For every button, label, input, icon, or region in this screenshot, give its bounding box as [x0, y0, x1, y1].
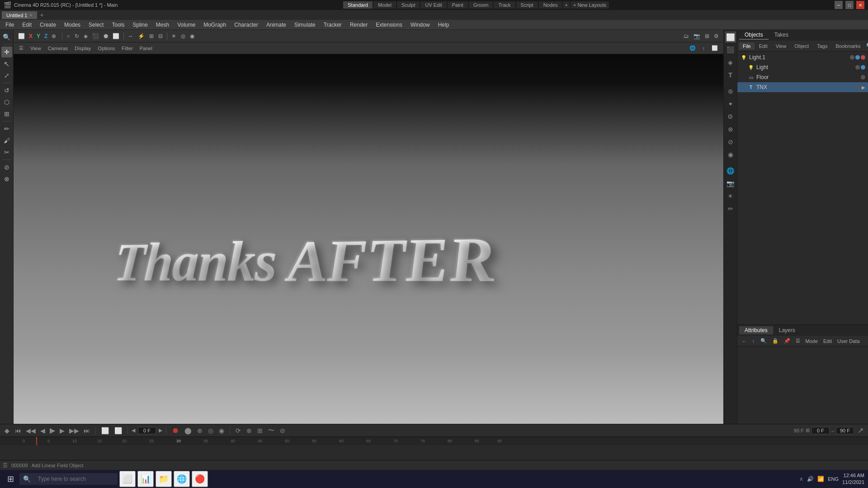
- layout-track[interactable]: Track: [494, 1, 515, 9]
- menu-modes[interactable]: Modes: [61, 21, 84, 29]
- tool-paint[interactable]: 🖌: [1, 135, 12, 146]
- menu-render[interactable]: Render: [346, 21, 371, 29]
- menu-simulate[interactable]: Simulate: [291, 21, 319, 29]
- attr-pin-icon[interactable]: 📌: [782, 338, 792, 344]
- sec-maximize-icon[interactable]: ⬜: [709, 44, 721, 52]
- tb-y-axis[interactable]: Y: [35, 32, 42, 40]
- tl-goto-end-btn[interactable]: ⏭: [82, 426, 92, 435]
- tl-rec5-btn[interactable]: ◉: [217, 426, 226, 435]
- menu-spline[interactable]: Spline: [129, 21, 151, 29]
- sec-hamburger-icon[interactable]: ☰: [16, 44, 26, 52]
- sec-view-btn[interactable]: View: [28, 45, 44, 52]
- tb-select-icon[interactable]: ⬜: [16, 32, 27, 40]
- tool-extra2[interactable]: ⊗: [1, 174, 12, 184]
- menu-tracker[interactable]: Tracker: [320, 21, 345, 29]
- obj-item-light1[interactable]: 💡 Light.1: [737, 52, 868, 62]
- obj-subtab-bookmarks[interactable]: Bookmarks: [832, 42, 864, 50]
- tl-extra-btn[interactable]: ⊘: [278, 426, 287, 435]
- tl-next-key-btn[interactable]: ▶▶: [67, 426, 81, 435]
- tl-rec4-btn[interactable]: ◎: [206, 426, 215, 435]
- tb-rotate-icon[interactable]: ↻: [73, 32, 81, 40]
- strip-material-icon[interactable]: ⬛: [725, 44, 736, 55]
- strip-objects-icon[interactable]: ⬜: [725, 32, 736, 42]
- menu-tools[interactable]: Tools: [108, 21, 128, 29]
- tb-transform-icon[interactable]: ⬛: [90, 32, 101, 40]
- tl-record-mode-btn[interactable]: ⬜: [99, 426, 111, 435]
- tb-grid-icon[interactable]: ⊞: [147, 32, 156, 40]
- sec-arrow-up-icon[interactable]: ↑: [700, 45, 708, 52]
- tb-objects-icon[interactable]: 🗂: [682, 32, 691, 40]
- tb-mode-icon[interactable]: ⬜: [111, 32, 121, 40]
- strip-pencil-icon[interactable]: ✏: [725, 203, 736, 214]
- tb-child-icon[interactable]: ⚡: [136, 32, 146, 40]
- taskbar-widgets-icon[interactable]: 📊: [137, 471, 154, 487]
- attr-back-icon[interactable]: ←: [740, 338, 749, 344]
- tl-start-frame-input[interactable]: [811, 427, 830, 434]
- minimize-button[interactable]: ─: [835, 1, 843, 9]
- attr-userdata-label[interactable]: User Data: [835, 338, 862, 344]
- tab-takes[interactable]: Takes: [769, 31, 794, 40]
- taskbar-explorer-icon[interactable]: 📁: [156, 471, 172, 487]
- tl-ik-btn[interactable]: ⊗: [245, 426, 254, 435]
- obj-subtab-object[interactable]: Object: [791, 42, 812, 50]
- tb-parent-icon[interactable]: ↔: [126, 32, 135, 40]
- tl-play-btn[interactable]: ▶: [48, 425, 57, 436]
- tl-rec-btn[interactable]: ⏺: [170, 426, 181, 436]
- tl-prev-key-btn[interactable]: ◀◀: [24, 426, 38, 435]
- menu-extensions[interactable]: Extensions: [372, 21, 406, 29]
- close-button[interactable]: ✕: [856, 1, 864, 9]
- tl-curve-icon[interactable]: ↗: [856, 425, 865, 436]
- attr-mode-label[interactable]: Mode: [804, 338, 820, 344]
- tl-end-frame-input[interactable]: [836, 427, 854, 434]
- tool-select[interactable]: ↖: [1, 58, 12, 69]
- tb-camera2-icon[interactable]: 📷: [692, 32, 702, 40]
- tool-sculpt[interactable]: ✂: [1, 147, 12, 158]
- tb-scale-icon[interactable]: ◈: [82, 32, 90, 40]
- attr-tab-attributes[interactable]: Attributes: [739, 326, 773, 334]
- new-layouts-button[interactable]: + New Layouts: [571, 1, 609, 9]
- tb-layout-icon[interactable]: ⊞: [703, 32, 711, 40]
- menu-edit[interactable]: Edit: [19, 21, 35, 29]
- menu-animate[interactable]: Animate: [263, 21, 290, 29]
- obj-item-floor[interactable]: ▭ Floor: [737, 72, 868, 82]
- menu-volume[interactable]: Volume: [174, 21, 199, 29]
- attr-menu-icon[interactable]: ☰: [794, 338, 802, 344]
- viewport[interactable]: Thanks AFTER: [14, 54, 723, 424]
- status-menu-icon[interactable]: ☰: [3, 462, 8, 469]
- tool-knife[interactable]: ⊞: [1, 108, 12, 119]
- strip-deformer-icon[interactable]: ⊘: [725, 136, 736, 147]
- sec-panel-btn[interactable]: Panel: [137, 45, 155, 52]
- taskbar-chrome-icon[interactable]: 🔴: [192, 471, 208, 487]
- obj-item-tnx[interactable]: T TNX ▶: [737, 82, 868, 92]
- layout-nodes[interactable]: Nodes: [539, 1, 562, 9]
- tl-wave-btn[interactable]: 〜: [266, 426, 276, 436]
- tb-settings-icon[interactable]: ⚙: [712, 32, 721, 40]
- tb-snap-icon[interactable]: ⊟: [156, 32, 165, 40]
- menu-character[interactable]: Character: [231, 21, 262, 29]
- menu-help[interactable]: Help: [434, 21, 453, 29]
- tb-z-axis[interactable]: Z: [42, 32, 49, 40]
- tab-close-icon[interactable]: ✕: [29, 13, 33, 18]
- strip-text-icon[interactable]: T: [725, 70, 736, 80]
- taskbar-edge-icon[interactable]: 🌐: [174, 471, 190, 487]
- strip-bulb-icon[interactable]: ☀: [725, 191, 736, 202]
- strip-globe-icon[interactable]: 🌐: [725, 165, 736, 176]
- menu-mograph[interactable]: MoGraph: [200, 21, 230, 29]
- strip-camera3-icon[interactable]: 📷: [725, 178, 736, 189]
- strip-field-icon[interactable]: ⊛: [725, 86, 736, 97]
- sec-display-btn[interactable]: Display: [72, 45, 94, 52]
- tb-coord-icon[interactable]: ⊕: [50, 32, 58, 40]
- tb-renderex-icon[interactable]: ◉: [188, 32, 196, 40]
- tab-untitled1[interactable]: Untitled 1 ✕: [2, 11, 37, 19]
- tool-polygon[interactable]: ⬡: [1, 97, 12, 108]
- strip-light2-icon[interactable]: ◉: [725, 149, 736, 160]
- tool-brush[interactable]: ✏: [1, 123, 12, 134]
- tab-objects[interactable]: Objects: [739, 31, 769, 40]
- attr-tab-layers[interactable]: Layers: [774, 326, 801, 334]
- tl-rec3-btn[interactable]: ⊕: [195, 426, 204, 435]
- tool-search[interactable]: 🔍: [1, 32, 12, 42]
- obj-subtab-tags[interactable]: Tags: [813, 42, 831, 50]
- tl-motion-btn[interactable]: ⟳: [234, 426, 243, 435]
- sec-cameras-btn[interactable]: Cameras: [45, 45, 71, 52]
- tl-next-frame-btn[interactable]: ▶: [58, 426, 66, 435]
